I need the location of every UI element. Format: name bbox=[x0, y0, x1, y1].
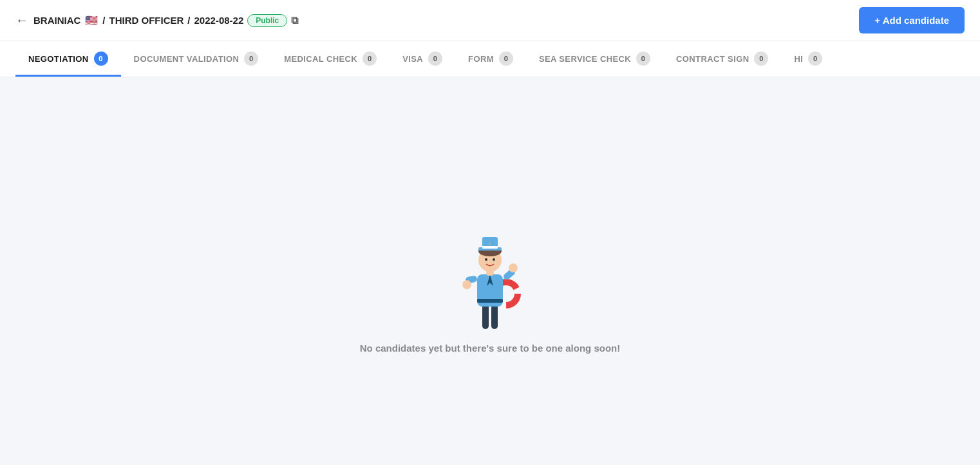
tab-form[interactable]: FORM0 bbox=[455, 41, 526, 77]
tab-sea-service-check[interactable]: SEA SERVICE CHECK0 bbox=[526, 41, 663, 77]
tab-count-visa: 0 bbox=[428, 52, 442, 66]
tab-count-document-validation: 0 bbox=[244, 52, 258, 66]
tab-label-negotiation: NEGOTIATION bbox=[28, 54, 89, 64]
position-date: 2022-08-22 bbox=[194, 15, 244, 26]
sailor-illustration: ⚓ bbox=[451, 210, 529, 332]
tab-label-hi: HI bbox=[794, 54, 803, 64]
add-candidate-button[interactable]: + Add candidate bbox=[859, 7, 965, 33]
external-link-icon[interactable]: ⧉ bbox=[291, 15, 298, 26]
tab-count-hi: 0 bbox=[808, 52, 822, 66]
tab-count-sea-service-check: 0 bbox=[636, 52, 650, 66]
svg-rect-1 bbox=[482, 303, 489, 329]
tab-count-negotiation: 0 bbox=[94, 52, 108, 66]
status-badge: Public bbox=[247, 14, 287, 27]
svg-point-17 bbox=[493, 258, 495, 261]
svg-rect-18 bbox=[477, 299, 503, 303]
tab-label-form: FORM bbox=[468, 54, 494, 64]
tabs-bar: NEGOTIATION0DOCUMENT VALIDATION0MEDICAL … bbox=[0, 41, 980, 77]
tab-negotiation[interactable]: NEGOTIATION0 bbox=[15, 41, 121, 77]
breadcrumb-separator: / bbox=[102, 15, 105, 26]
flag-icon: 🇺🇸 bbox=[84, 16, 99, 25]
empty-state-message: No candidates yet but there's sure to be… bbox=[360, 343, 620, 354]
svg-point-7 bbox=[509, 263, 518, 272]
tab-label-sea-service-check: SEA SERVICE CHECK bbox=[539, 54, 631, 64]
tab-medical-check[interactable]: MEDICAL CHECK0 bbox=[271, 41, 390, 77]
tab-count-form: 0 bbox=[499, 52, 513, 66]
breadcrumb-separator2: / bbox=[187, 15, 190, 26]
back-button[interactable]: ← bbox=[15, 13, 28, 28]
tab-hi[interactable]: HI0 bbox=[781, 41, 835, 77]
tab-label-contract-sign: CONTRACT SIGN bbox=[676, 54, 749, 64]
tab-label-document-validation: DOCUMENT VALIDATION bbox=[134, 54, 240, 64]
tab-label-visa: VISA bbox=[402, 54, 423, 64]
company-name: BRAINIAC bbox=[33, 15, 80, 26]
svg-rect-2 bbox=[491, 303, 498, 329]
svg-text:⚓: ⚓ bbox=[487, 239, 494, 245]
header: ← BRAINIAC 🇺🇸 / THIRD OFFICER / 2022-08-… bbox=[0, 0, 980, 41]
tab-count-medical-check: 0 bbox=[363, 52, 377, 66]
breadcrumb: BRAINIAC 🇺🇸 / THIRD OFFICER / 2022-08-22… bbox=[33, 14, 298, 27]
header-left: ← BRAINIAC 🇺🇸 / THIRD OFFICER / 2022-08-… bbox=[15, 13, 298, 28]
position-name: THIRD OFFICER bbox=[109, 15, 184, 26]
tab-contract-sign[interactable]: CONTRACT SIGN0 bbox=[663, 41, 781, 77]
tab-label-medical-check: MEDICAL CHECK bbox=[284, 54, 357, 64]
svg-point-8 bbox=[462, 280, 471, 289]
empty-state: ⚓ No candidates yet but there's sure to … bbox=[360, 210, 620, 354]
svg-rect-14 bbox=[482, 246, 498, 249]
tab-count-contract-sign: 0 bbox=[754, 52, 768, 66]
main-content: ⚓ No candidates yet but there's sure to … bbox=[0, 77, 980, 460]
svg-point-16 bbox=[485, 258, 487, 261]
tab-document-validation[interactable]: DOCUMENT VALIDATION0 bbox=[121, 41, 272, 77]
tab-visa[interactable]: VISA0 bbox=[390, 41, 455, 77]
